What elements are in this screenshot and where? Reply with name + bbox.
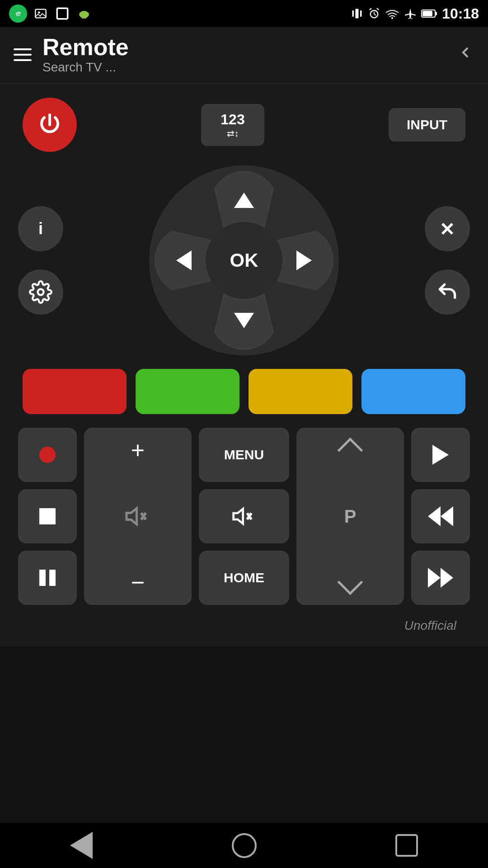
svg-marker-20 [127, 509, 137, 524]
header-right-icon[interactable] [456, 43, 474, 66]
svg-point-2 [38, 11, 40, 14]
arrow-up-icon [234, 193, 254, 208]
num-123-sub: ⇄↕ [227, 128, 239, 139]
record-button[interactable] [18, 428, 77, 482]
home-nav-button[interactable] [226, 827, 262, 863]
app-header: Remote Search TV ... [0, 27, 488, 84]
app-title: Remote [42, 34, 129, 60]
alarm-icon [368, 7, 380, 20]
pause-icon [39, 570, 56, 586]
top-row: 123 ⇄↕ INPUT [14, 98, 474, 152]
svg-rect-16 [422, 11, 432, 16]
input-button[interactable]: INPUT [389, 108, 465, 142]
channel-down-button[interactable] [341, 573, 359, 596]
yellow-color-button[interactable] [249, 369, 352, 414]
volume-up-button[interactable]: + [131, 437, 145, 464]
volume-icon [124, 503, 151, 530]
chevron-down-icon [338, 570, 363, 595]
plus-icon: + [131, 437, 145, 463]
power-button[interactable] [23, 98, 77, 152]
fastforward-icon [428, 568, 453, 588]
home-nav-icon [232, 833, 257, 858]
unofficial-text: Unofficial [14, 618, 474, 633]
channel-col: P [296, 428, 404, 605]
square-icon [54, 5, 70, 22]
svg-rect-15 [435, 12, 437, 15]
stop-icon [39, 508, 56, 524]
settings-button[interactable] [18, 269, 63, 315]
red-color-button[interactable] [23, 369, 127, 414]
back-button[interactable] [425, 269, 470, 315]
svg-rect-5 [80, 13, 81, 16]
record-icon [39, 447, 56, 463]
svg-point-17 [38, 289, 44, 295]
volume-down-button[interactable]: − [131, 569, 145, 596]
chevron-up-icon [338, 438, 363, 463]
close-icon [437, 219, 457, 239]
header-text: Remote Search TV ... [42, 34, 129, 75]
mute-icon [231, 504, 257, 529]
rewind-button[interactable] [411, 489, 470, 543]
info-icon: i [38, 219, 43, 238]
play-button[interactable] [411, 428, 470, 482]
app-header-left: Remote Search TV ... [14, 34, 129, 75]
svg-marker-23 [234, 509, 243, 524]
play-icon [432, 445, 449, 465]
svg-rect-1 [35, 9, 46, 18]
svg-rect-11 [360, 10, 362, 17]
minus-icon: − [131, 569, 145, 595]
wifi-icon [385, 7, 399, 20]
bottom-nav [0, 823, 488, 868]
close-button[interactable] [425, 206, 470, 251]
vibrate-icon [351, 7, 363, 20]
playback-col [411, 428, 470, 605]
green-color-button[interactable] [136, 369, 239, 414]
battery-icon [421, 7, 437, 20]
menu-button[interactable]: MENU [199, 428, 289, 482]
arrow-down-icon [234, 313, 254, 328]
svg-rect-7 [82, 16, 84, 19]
right-controls [425, 206, 470, 315]
volume-col: + − [84, 428, 192, 605]
num-123-label: 123 [221, 111, 244, 128]
stop-button[interactable] [18, 489, 77, 543]
svg-rect-6 [87, 13, 89, 16]
pause-button[interactable] [18, 551, 77, 605]
left-controls: i [18, 206, 63, 315]
blue-color-button[interactable] [361, 369, 465, 414]
arrow-left-icon [176, 250, 192, 270]
arrow-right-icon [296, 250, 312, 270]
recents-nav-button[interactable] [389, 827, 425, 863]
mute-button[interactable] [199, 489, 289, 543]
rec-stop-pause-col [18, 428, 77, 605]
time-display: 10:18 [442, 5, 479, 22]
airplane-icon [404, 7, 417, 20]
svg-rect-8 [84, 16, 86, 19]
status-bar: 10:18 [0, 0, 488, 27]
android-icon [76, 5, 92, 22]
home-button[interactable]: HOME [199, 551, 289, 605]
back-nav-icon [70, 832, 93, 859]
channel-up-button[interactable] [341, 437, 359, 459]
color-buttons-row [14, 369, 474, 414]
svg-point-13 [391, 17, 393, 19]
back-nav-button[interactable] [63, 827, 99, 863]
svg-rect-10 [352, 10, 354, 17]
remote-container: 123 ⇄↕ INPUT i [0, 84, 488, 646]
hamburger-menu-button[interactable] [14, 48, 32, 61]
num-123-button[interactable]: 123 ⇄↕ [201, 104, 264, 146]
ok-button[interactable]: OK [206, 222, 282, 299]
fastforward-button[interactable] [411, 551, 470, 605]
channel-p-label: P [344, 506, 357, 527]
photo-icon [33, 5, 49, 22]
menu-home-col: MENU HOME [199, 428, 289, 605]
bottom-controls: + − MENU HOME [14, 428, 474, 605]
status-bar-left [9, 5, 92, 23]
svg-rect-9 [356, 9, 359, 19]
svg-rect-3 [57, 8, 67, 19]
info-button[interactable]: i [18, 206, 63, 251]
rewind-icon [428, 506, 453, 526]
gear-icon [29, 280, 52, 304]
search-tv-text[interactable]: Search TV ... [42, 60, 129, 75]
recents-nav-icon [395, 834, 418, 857]
